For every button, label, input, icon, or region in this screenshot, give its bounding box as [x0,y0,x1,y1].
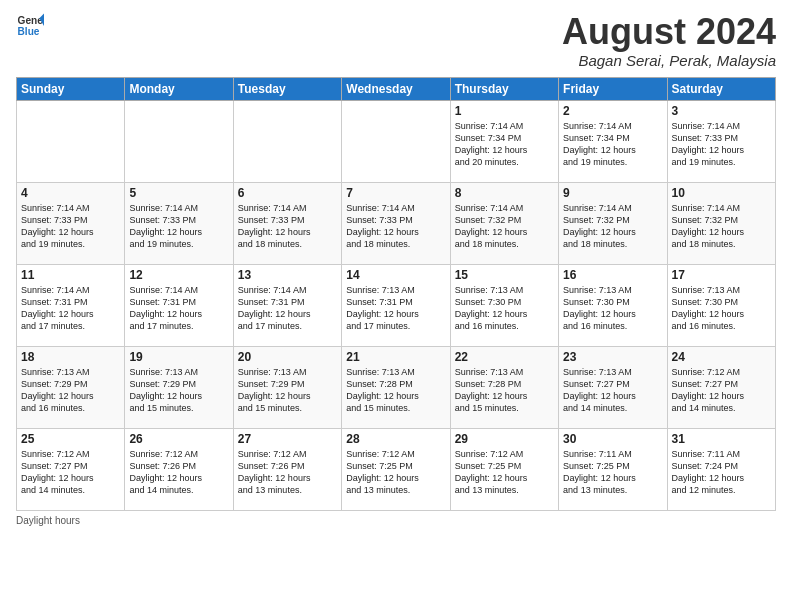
day-number: 10 [672,186,771,200]
calendar-cell: 16Sunrise: 7:13 AM Sunset: 7:30 PM Dayli… [559,264,667,346]
day-number: 12 [129,268,228,282]
header-row: SundayMondayTuesdayWednesdayThursdayFrid… [17,77,776,100]
calendar-cell: 4Sunrise: 7:14 AM Sunset: 7:33 PM Daylig… [17,182,125,264]
day-info: Sunrise: 7:14 AM Sunset: 7:33 PM Dayligh… [346,202,445,251]
day-info: Sunrise: 7:14 AM Sunset: 7:34 PM Dayligh… [455,120,554,169]
day-info: Sunrise: 7:13 AM Sunset: 7:30 PM Dayligh… [563,284,662,333]
day-number: 24 [672,350,771,364]
day-info: Sunrise: 7:14 AM Sunset: 7:31 PM Dayligh… [129,284,228,333]
day-info: Sunrise: 7:14 AM Sunset: 7:31 PM Dayligh… [21,284,120,333]
day-info: Sunrise: 7:13 AM Sunset: 7:31 PM Dayligh… [346,284,445,333]
day-info: Sunrise: 7:14 AM Sunset: 7:32 PM Dayligh… [672,202,771,251]
day-info: Sunrise: 7:12 AM Sunset: 7:27 PM Dayligh… [672,366,771,415]
svg-text:Blue: Blue [18,26,40,37]
location: Bagan Serai, Perak, Malaysia [562,52,776,69]
footer-label: Daylight hours [16,515,80,526]
day-number: 29 [455,432,554,446]
calendar-cell: 15Sunrise: 7:13 AM Sunset: 7:30 PM Dayli… [450,264,558,346]
calendar-cell: 24Sunrise: 7:12 AM Sunset: 7:27 PM Dayli… [667,346,775,428]
day-number: 14 [346,268,445,282]
logo-icon: General Blue [16,12,44,40]
day-number: 1 [455,104,554,118]
calendar-cell: 7Sunrise: 7:14 AM Sunset: 7:33 PM Daylig… [342,182,450,264]
calendar-cell: 26Sunrise: 7:12 AM Sunset: 7:26 PM Dayli… [125,428,233,510]
day-number: 22 [455,350,554,364]
calendar-cell: 10Sunrise: 7:14 AM Sunset: 7:32 PM Dayli… [667,182,775,264]
header-day: Monday [125,77,233,100]
calendar-cell: 14Sunrise: 7:13 AM Sunset: 7:31 PM Dayli… [342,264,450,346]
day-number: 2 [563,104,662,118]
day-number: 3 [672,104,771,118]
day-number: 30 [563,432,662,446]
day-number: 27 [238,432,337,446]
header-day: Saturday [667,77,775,100]
day-info: Sunrise: 7:12 AM Sunset: 7:26 PM Dayligh… [238,448,337,497]
calendar-cell: 31Sunrise: 7:11 AM Sunset: 7:24 PM Dayli… [667,428,775,510]
calendar-cell: 29Sunrise: 7:12 AM Sunset: 7:25 PM Dayli… [450,428,558,510]
calendar-cell: 11Sunrise: 7:14 AM Sunset: 7:31 PM Dayli… [17,264,125,346]
day-number: 13 [238,268,337,282]
calendar-cell [342,100,450,182]
calendar-cell: 23Sunrise: 7:13 AM Sunset: 7:27 PM Dayli… [559,346,667,428]
day-info: Sunrise: 7:12 AM Sunset: 7:27 PM Dayligh… [21,448,120,497]
calendar-cell: 25Sunrise: 7:12 AM Sunset: 7:27 PM Dayli… [17,428,125,510]
day-number: 31 [672,432,771,446]
day-info: Sunrise: 7:11 AM Sunset: 7:24 PM Dayligh… [672,448,771,497]
month-title: August 2024 [562,12,776,52]
calendar-cell: 12Sunrise: 7:14 AM Sunset: 7:31 PM Dayli… [125,264,233,346]
calendar-cell: 22Sunrise: 7:13 AM Sunset: 7:28 PM Dayli… [450,346,558,428]
day-number: 6 [238,186,337,200]
calendar-cell [233,100,341,182]
day-info: Sunrise: 7:13 AM Sunset: 7:30 PM Dayligh… [672,284,771,333]
calendar-cell: 13Sunrise: 7:14 AM Sunset: 7:31 PM Dayli… [233,264,341,346]
day-info: Sunrise: 7:13 AM Sunset: 7:29 PM Dayligh… [238,366,337,415]
day-info: Sunrise: 7:14 AM Sunset: 7:31 PM Dayligh… [238,284,337,333]
day-number: 11 [21,268,120,282]
calendar-cell: 18Sunrise: 7:13 AM Sunset: 7:29 PM Dayli… [17,346,125,428]
day-number: 7 [346,186,445,200]
page: General Blue August 2024 Bagan Serai, Pe… [0,0,792,534]
day-info: Sunrise: 7:12 AM Sunset: 7:25 PM Dayligh… [346,448,445,497]
logo: General Blue [16,12,44,40]
title-block: August 2024 Bagan Serai, Perak, Malaysia [562,12,776,69]
header-day: Friday [559,77,667,100]
day-number: 17 [672,268,771,282]
day-info: Sunrise: 7:13 AM Sunset: 7:28 PM Dayligh… [455,366,554,415]
calendar-cell: 9Sunrise: 7:14 AM Sunset: 7:32 PM Daylig… [559,182,667,264]
header-day: Tuesday [233,77,341,100]
day-info: Sunrise: 7:14 AM Sunset: 7:32 PM Dayligh… [563,202,662,251]
calendar-cell: 3Sunrise: 7:14 AM Sunset: 7:33 PM Daylig… [667,100,775,182]
header-day: Sunday [17,77,125,100]
day-number: 18 [21,350,120,364]
day-info: Sunrise: 7:13 AM Sunset: 7:27 PM Dayligh… [563,366,662,415]
day-info: Sunrise: 7:12 AM Sunset: 7:26 PM Dayligh… [129,448,228,497]
calendar-cell [125,100,233,182]
day-info: Sunrise: 7:14 AM Sunset: 7:32 PM Dayligh… [455,202,554,251]
day-number: 4 [21,186,120,200]
header: General Blue August 2024 Bagan Serai, Pe… [16,12,776,69]
day-number: 21 [346,350,445,364]
calendar-week-row: 25Sunrise: 7:12 AM Sunset: 7:27 PM Dayli… [17,428,776,510]
calendar-week-row: 4Sunrise: 7:14 AM Sunset: 7:33 PM Daylig… [17,182,776,264]
footer: Daylight hours [16,515,776,526]
day-info: Sunrise: 7:12 AM Sunset: 7:25 PM Dayligh… [455,448,554,497]
day-info: Sunrise: 7:13 AM Sunset: 7:29 PM Dayligh… [129,366,228,415]
day-number: 9 [563,186,662,200]
calendar-table: SundayMondayTuesdayWednesdayThursdayFrid… [16,77,776,511]
calendar-week-row: 18Sunrise: 7:13 AM Sunset: 7:29 PM Dayli… [17,346,776,428]
calendar-week-row: 1Sunrise: 7:14 AM Sunset: 7:34 PM Daylig… [17,100,776,182]
day-info: Sunrise: 7:13 AM Sunset: 7:29 PM Dayligh… [21,366,120,415]
svg-text:General: General [18,15,44,26]
day-number: 23 [563,350,662,364]
calendar-cell [17,100,125,182]
header-day: Wednesday [342,77,450,100]
calendar-cell: 8Sunrise: 7:14 AM Sunset: 7:32 PM Daylig… [450,182,558,264]
day-number: 28 [346,432,445,446]
day-info: Sunrise: 7:14 AM Sunset: 7:33 PM Dayligh… [238,202,337,251]
header-day: Thursday [450,77,558,100]
calendar-cell: 1Sunrise: 7:14 AM Sunset: 7:34 PM Daylig… [450,100,558,182]
calendar-cell: 19Sunrise: 7:13 AM Sunset: 7:29 PM Dayli… [125,346,233,428]
calendar-cell: 5Sunrise: 7:14 AM Sunset: 7:33 PM Daylig… [125,182,233,264]
calendar-cell: 21Sunrise: 7:13 AM Sunset: 7:28 PM Dayli… [342,346,450,428]
day-number: 25 [21,432,120,446]
